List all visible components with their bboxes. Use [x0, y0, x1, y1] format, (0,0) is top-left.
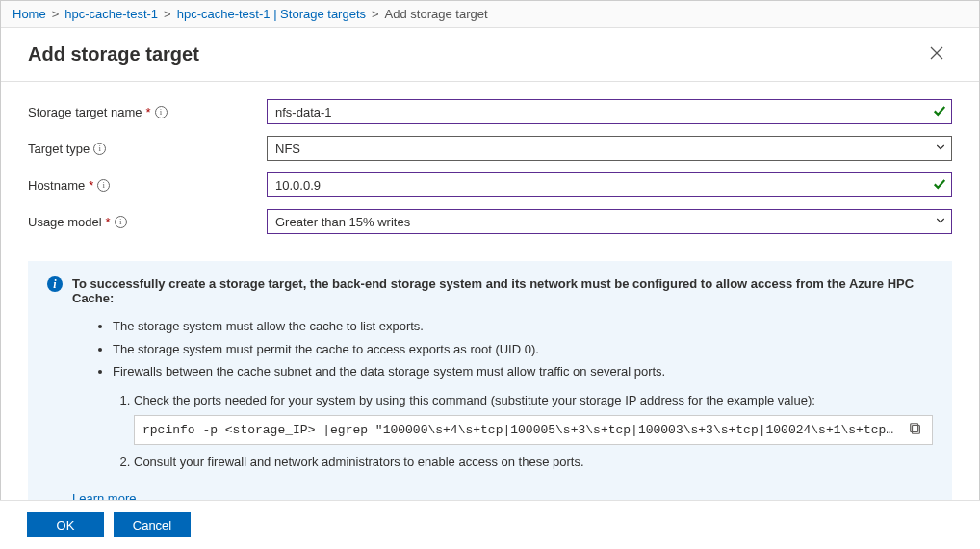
info-step: Consult your firewall and network admini… — [134, 453, 933, 472]
breadcrumb-current: Add storage target — [385, 7, 488, 21]
info-callout: i To successfully create a storage targe… — [28, 261, 952, 521]
cancel-button[interactable]: Cancel — [114, 512, 191, 537]
label-storage-target-name: Storage target name — [28, 105, 142, 119]
info-icon[interactable]: i — [115, 216, 127, 228]
info-bullet: Firewalls between the cache subnet and t… — [113, 362, 933, 381]
info-icon: i — [47, 276, 63, 292]
close-button[interactable] — [921, 41, 952, 67]
label-hostname: Hostname — [28, 178, 85, 193]
info-heading: To successfully create a storage target,… — [72, 276, 933, 305]
usage-model-select[interactable]: Greater than 15% writes — [267, 209, 952, 234]
info-icon[interactable]: i — [97, 179, 110, 192]
required-asterisk: * — [146, 105, 151, 119]
info-icon[interactable]: i — [93, 143, 106, 155]
close-icon — [929, 45, 944, 61]
storage-target-name-input[interactable] — [267, 99, 952, 124]
chevron-right-icon: > — [164, 7, 171, 21]
copy-button[interactable] — [907, 420, 924, 440]
page-title: Add storage target — [28, 43, 199, 65]
breadcrumb-link-targets[interactable]: hpc-cache-test-1 | Storage targets — [177, 7, 366, 21]
breadcrumb-link-cache[interactable]: hpc-cache-test-1 — [64, 7, 158, 21]
label-target-type: Target type — [28, 142, 90, 156]
ok-button[interactable]: OK — [27, 512, 104, 537]
breadcrumb: Home > hpc-cache-test-1 > hpc-cache-test… — [1, 1, 979, 28]
label-usage-model: Usage model — [28, 215, 102, 229]
usage-model-value: Greater than 15% writes — [275, 215, 410, 229]
copy-icon — [909, 422, 922, 435]
hostname-input[interactable] — [267, 172, 952, 197]
breadcrumb-link-home[interactable]: Home — [13, 7, 46, 21]
chevron-right-icon: > — [52, 7, 60, 21]
info-bullet: The storage system must permit the cache… — [113, 340, 933, 359]
target-type-select[interactable]: NFS — [267, 136, 952, 161]
command-text: rpcinfo -p <storage_IP> |egrep "100000\s… — [142, 421, 899, 440]
required-asterisk: * — [89, 178, 93, 193]
info-icon[interactable]: i — [155, 106, 168, 118]
info-bullet: The storage system must allow the cache … — [113, 317, 933, 336]
target-type-value: NFS — [275, 142, 300, 156]
command-box: rpcinfo -p <storage_IP> |egrep "100000\s… — [134, 415, 933, 445]
info-step: Check the ports needed for your system b… — [134, 391, 933, 446]
chevron-right-icon: > — [372, 7, 379, 21]
required-asterisk: * — [106, 215, 111, 229]
